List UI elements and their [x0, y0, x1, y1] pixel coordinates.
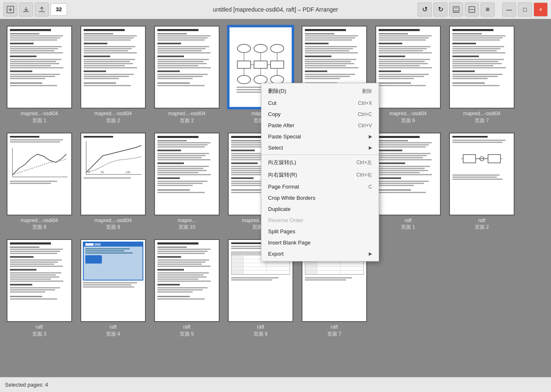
submenu-arrow-icon: ▶ [369, 134, 372, 139]
minimize-btn[interactable]: — [502, 2, 516, 17]
page-thumbnail[interactable] [7, 239, 72, 322]
menu-separator [261, 155, 379, 155]
menu-item-crop[interactable]: Crop White Borders [261, 192, 379, 203]
page-thumbnail[interactable] [80, 26, 146, 109]
page-thumbnail[interactable] [154, 239, 220, 322]
settings-btn[interactable] [465, 2, 479, 17]
page-label: raft页面 2 [475, 217, 489, 231]
page-item[interactable]: mapre...页面 10 [154, 133, 220, 231]
page-item[interactable]: mapred...-osdi04页面 2 [80, 26, 146, 124]
menu-shortcut: C [368, 184, 372, 190]
menu-item-select[interactable]: Select▶ [261, 142, 379, 153]
svg-point-12 [254, 44, 267, 53]
page-label: mapred...-osdi04页面 6 [389, 110, 427, 124]
menu-item-label: Insert Blank Page [268, 240, 311, 246]
page-thumbnail[interactable] [7, 26, 72, 109]
page-item[interactable]: mapred...-osdi04页面 8 [7, 133, 72, 231]
menu-shortcut: Ctrl+C [358, 111, 372, 117]
toolbar-btn-upload[interactable] [3, 2, 17, 17]
page-thumbnail[interactable] [449, 133, 515, 215]
page-thumbnail[interactable] [154, 26, 220, 109]
page-label: raft页面 3 [32, 324, 46, 338]
page-item[interactable]: 0 50 100 mapred...-osdi04页面 9 [80, 133, 146, 231]
menu-shortcut: 删除 [362, 88, 372, 95]
page-label: mapred...-osdi04页面 8 [21, 217, 58, 231]
page-thumbnail[interactable] [375, 26, 441, 109]
svg-point-11 [237, 44, 251, 53]
svg-rect-14 [237, 61, 251, 68]
svg-rect-16 [271, 61, 284, 68]
menu-btn[interactable]: ≡ [481, 2, 495, 17]
page-label: raft页面 7 [327, 324, 341, 338]
page-item[interactable]: raft页面 1 [375, 133, 441, 231]
page-label: raft页面 6 [254, 324, 268, 338]
svg-text:50: 50 [101, 171, 104, 174]
menu-shortcut: Ctrl+X [358, 100, 372, 106]
page-item[interactable]: mapred...-osdi04页面 6 [375, 26, 441, 124]
page-thumbnail[interactable] [449, 26, 515, 109]
page-thumbnail[interactable] [80, 239, 146, 322]
menu-item-paste_after[interactable]: Paste AfterCtrl+V [261, 120, 379, 131]
window-controls: ↺ ↻ ≡ — □ × [418, 2, 548, 17]
menu-item-rotate_left[interactable]: 向左旋转(L)Ctrl+左 [261, 156, 379, 169]
page-thumbnail[interactable] [375, 133, 441, 215]
submenu-arrow-icon: ▶ [369, 145, 372, 150]
menu-item-insert_blank[interactable]: Insert Blank Page [261, 237, 379, 248]
page-item[interactable]: raft页面 3 [7, 239, 72, 338]
page-item[interactable]: raft页面 2 [449, 133, 515, 231]
page-thumbnail[interactable] [154, 133, 220, 215]
toolbar: 32 [3, 2, 67, 17]
rotate-right-btn[interactable]: ↻ [433, 2, 447, 17]
page-item[interactable]: raft页面 5 [154, 239, 220, 338]
page-label: raft页面 4 [106, 324, 120, 338]
titlebar: 32 untitled [mapreduce-osdi04, raft] – P… [0, 0, 551, 19]
page-item[interactable]: mapred...-osdi04页面 1 [7, 26, 72, 124]
menu-item-split_pages[interactable]: Split Pages [261, 226, 379, 237]
page-label: mapre...页面 10 [178, 217, 196, 231]
menu-item-export[interactable]: Export▶ [261, 248, 379, 259]
rotate-left-btn[interactable]: ↺ [418, 2, 432, 17]
svg-point-18 [254, 75, 267, 84]
page-item[interactable]: raft页面 4 [80, 239, 146, 338]
window-title: untitled [mapreduce-osdi04, raft] – PDF … [213, 6, 338, 13]
menu-item-cut[interactable]: CutCtrl+X [261, 97, 379, 109]
menu-item-reverse_order: Reverse Order [261, 215, 379, 226]
menu-item-label: 向左旋转(L) [268, 159, 296, 166]
toolbar-btn-import[interactable] [19, 2, 33, 17]
page-thumbnail[interactable]: 0 50 100 [80, 133, 146, 215]
menu-item-label: 删除(D) [268, 87, 286, 95]
close-btn[interactable]: × [534, 2, 548, 17]
svg-rect-8 [454, 10, 458, 12]
page-item[interactable]: mapred...-osdi04页面 7 [449, 26, 515, 124]
menu-item-label: Copy [268, 111, 280, 117]
menu-item-copy[interactable]: CopyCtrl+C [261, 109, 379, 120]
menu-item-label: Paste After [268, 122, 295, 128]
save-btn[interactable] [449, 2, 463, 17]
toolbar-btn-export[interactable] [35, 2, 49, 17]
page-label: mapred...-osdi04页面 2 [94, 110, 132, 124]
menu-shortcut: Ctrl+右 [356, 172, 372, 179]
menu-item-page_format[interactable]: Page FormatC [261, 181, 379, 192]
svg-point-17 [237, 75, 251, 84]
menu-item-rotate_right[interactable]: 向右旋转(R)Ctrl+右 [261, 169, 379, 181]
page-count: 32 [51, 3, 67, 16]
menu-item-duplicate[interactable]: Duplicate [261, 203, 379, 215]
menu-item-label: Split Pages [268, 228, 295, 235]
svg-rect-15 [254, 61, 267, 68]
maximize-btn[interactable]: □ [518, 2, 532, 17]
statusbar: Selected pages: 4 [0, 377, 551, 392]
menu-item-label: Duplicate [268, 206, 290, 212]
page-label: raft页面 1 [401, 217, 415, 231]
menu-item-paste_special[interactable]: Paste Special▶ [261, 131, 379, 142]
page-label: mapred...-osdi04页面 7 [463, 110, 500, 124]
menu-item-delete[interactable]: 删除(D)删除 [261, 85, 379, 97]
status-text: Selected pages: 4 [5, 382, 48, 388]
svg-text:0: 0 [88, 171, 90, 174]
menu-item-label: Export [268, 251, 284, 257]
page-item[interactable]: mapred...-osdi04页面 2 [154, 26, 220, 124]
menu-shortcut: Ctrl+V [358, 123, 372, 128]
page-thumbnail[interactable] [7, 133, 72, 215]
svg-point-19 [271, 75, 284, 84]
svg-rect-39 [488, 155, 500, 163]
menu-item-label: Reverse Order [268, 217, 303, 223]
